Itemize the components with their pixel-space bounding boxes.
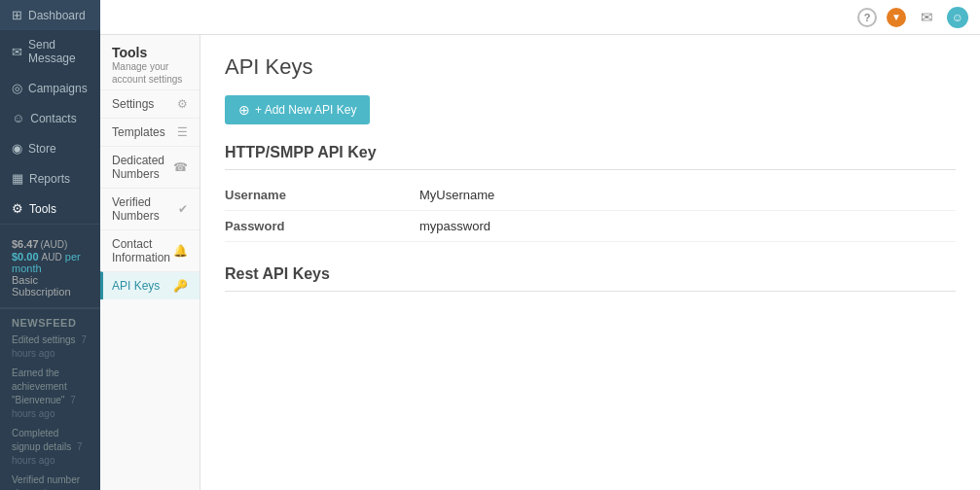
sub-nav-item-templates[interactable]: Templates ☰ — [100, 118, 200, 146]
sidebar-item-label: Campaigns — [28, 82, 88, 95]
sidebar: ⊞ Dashboard ✉ Send Message ◎ Campaigns ☺… — [0, 0, 100, 490]
contacts-icon: ☺ — [12, 111, 24, 125]
username-value: MyUsername — [419, 180, 956, 211]
newsfeed-item-0: Edited settings 7 hours ago — [12, 333, 89, 361]
sub-nav-item-api-keys[interactable]: API Keys 🔑 — [100, 271, 200, 299]
templates-nav-icon: ☰ — [177, 125, 188, 139]
balance-amount: $6.47(AUD) — [12, 234, 89, 251]
balance-subscription: Basic Subscription — [12, 274, 89, 298]
sidebar-item-label: Reports — [29, 172, 70, 186]
sub-nav-header: Tools Manage your account settings — [100, 35, 200, 89]
sub-nav-item-dedicated-numbers[interactable]: Dedicated Numbers ☎ — [100, 146, 200, 188]
balance-per-month: $0.00 AUD per month — [12, 251, 89, 274]
http-section-title: HTTP/SMPP API Key — [225, 144, 956, 170]
table-row: Password mypassword — [225, 211, 956, 242]
notifications-icon[interactable]: ▼ — [887, 8, 906, 27]
top-nav-icons: ? ▼ ✉ ☺ — [857, 7, 968, 28]
contact-info-nav-icon: 🔔 — [173, 244, 188, 258]
sub-nav-item-contact-information[interactable]: Contact Information 🔔 — [100, 229, 200, 271]
newsfeed-title: Newsfeed — [12, 317, 89, 329]
sidebar-nav: ⊞ Dashboard ✉ Send Message ◎ Campaigns ☺… — [0, 0, 100, 224]
sub-nav-item-verified-numbers[interactable]: Verified Numbers ✔ — [100, 188, 200, 229]
dashboard-icon: ⊞ — [12, 8, 22, 22]
add-icon: ⊕ — [238, 102, 250, 118]
user-avatar-icon[interactable]: ☺ — [947, 7, 968, 28]
campaigns-icon: ◎ — [12, 81, 22, 95]
sidebar-item-label: Dashboard — [28, 9, 86, 22]
newsfeed-item-1: Earned the achievement "Bienvenue" 7 hou… — [12, 367, 89, 421]
reports-icon: ▦ — [12, 171, 23, 186]
sidebar-item-contacts[interactable]: ☺ Contacts — [0, 103, 100, 133]
rest-section-title: Rest API Keys — [225, 265, 956, 292]
top-nav: ? ▼ ✉ ☺ — [100, 0, 980, 35]
main-content: API Keys ⊕ + Add New API Key HTTP/SMPP A… — [200, 35, 980, 490]
right-panel: ? ▼ ✉ ☺ Tools Manage your account settin… — [100, 0, 980, 490]
send-message-icon: ✉ — [12, 45, 22, 59]
sub-nav-subtitle: Manage your account settings — [112, 60, 188, 86]
main-body: Tools Manage your account settings Setti… — [100, 35, 980, 490]
sidebar-newsfeed: Newsfeed Edited settings 7 hours ago Ear… — [0, 308, 100, 490]
tools-icon: ⚙ — [12, 201, 23, 216]
api-keys-table: Username MyUsername Password mypassword — [225, 180, 956, 242]
add-new-api-key-button[interactable]: ⊕ + Add New API Key — [225, 95, 370, 124]
mail-icon[interactable]: ✉ — [916, 7, 937, 28]
sidebar-item-reports[interactable]: ▦ Reports — [0, 163, 100, 193]
table-row: Username MyUsername — [225, 180, 956, 211]
page-title: API Keys — [225, 54, 956, 80]
sub-nav-item-settings[interactable]: Settings ⚙ — [100, 89, 200, 118]
sidebar-item-label: Tools — [29, 202, 56, 216]
password-label: Password — [225, 211, 419, 242]
sidebar-item-store[interactable]: ◉ Store — [0, 133, 100, 163]
sidebar-item-label: Send Message — [28, 38, 89, 65]
newsfeed-item-2: Completed signup details 7 hours ago — [12, 427, 89, 468]
password-value: mypassword — [419, 211, 956, 242]
sub-nav-title: Tools — [112, 45, 188, 60]
sidebar-item-send-message[interactable]: ✉ Send Message — [0, 30, 100, 73]
tools-sub-nav: Tools Manage your account settings Setti… — [100, 35, 200, 490]
store-icon: ◉ — [12, 141, 22, 156]
newsfeed-item-3: Verified number 1 month ago — [12, 473, 89, 490]
sidebar-item-dashboard[interactable]: ⊞ Dashboard — [0, 0, 100, 30]
username-label: Username — [225, 180, 419, 211]
sidebar-balance: $6.47(AUD) $0.00 AUD per month Basic Sub… — [0, 224, 100, 308]
verified-numbers-nav-icon: ✔ — [178, 202, 188, 216]
api-keys-nav-icon: 🔑 — [173, 279, 188, 293]
help-icon[interactable]: ? — [857, 8, 877, 27]
settings-nav-icon: ⚙ — [177, 97, 188, 111]
sidebar-item-campaigns[interactable]: ◎ Campaigns — [0, 73, 100, 103]
sidebar-item-tools[interactable]: ⚙ Tools — [0, 193, 100, 224]
sidebar-item-label: Store — [28, 142, 56, 156]
sidebar-item-label: Contacts — [30, 112, 76, 125]
dedicated-numbers-nav-icon: ☎ — [173, 160, 188, 174]
